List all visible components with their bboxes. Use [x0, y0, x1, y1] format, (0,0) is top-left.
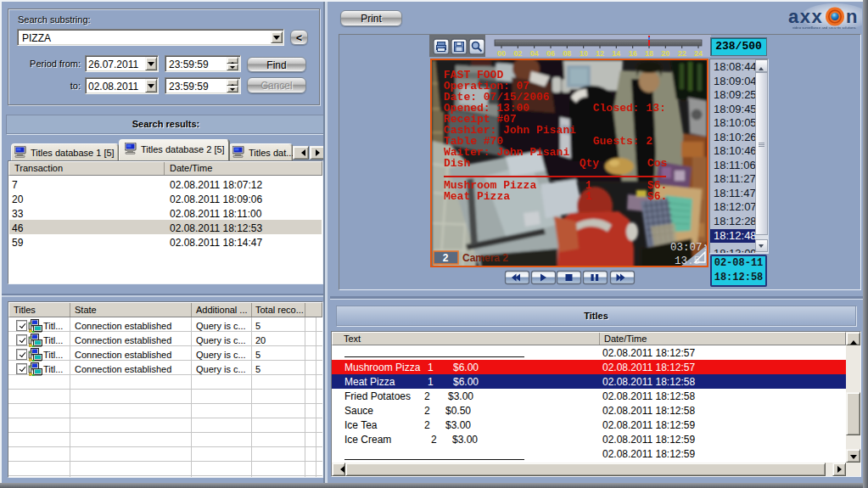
svg-text:1: 1 — [585, 190, 592, 203]
svg-text:04: 04 — [530, 49, 539, 57]
svg-text:02: 02 — [513, 49, 522, 57]
svg-text:16: 16 — [629, 49, 637, 57]
svg-text:video surveillance and securit: video surveillance and security solution… — [792, 25, 856, 29]
svg-text:06: 06 — [546, 49, 555, 57]
svg-text:$6.: $6. — [647, 190, 667, 203]
svg-text:12: 12 — [596, 49, 604, 57]
svg-text:Guests: 2: Guests: 2 — [593, 135, 652, 148]
svg-text:20: 20 — [661, 49, 669, 57]
svg-text:08: 08 — [563, 49, 571, 57]
svg-text:18: 18 — [645, 49, 653, 57]
svg-text:14: 14 — [612, 49, 620, 57]
svg-text:Dish: Dish — [444, 157, 470, 170]
svg-text:Camera 2: Camera 2 — [462, 252, 508, 264]
svg-text:Cos: Cos — [647, 157, 668, 170]
svg-text:Meat Pizza: Meat Pizza — [444, 190, 510, 203]
svg-text:10: 10 — [580, 49, 588, 57]
svg-text:22: 22 — [678, 49, 686, 57]
svg-text:n: n — [846, 6, 857, 27]
svg-text:Closed: 13:: Closed: 13: — [593, 102, 666, 115]
svg-text:2: 2 — [443, 252, 449, 264]
svg-text:Qty: Qty — [580, 157, 600, 170]
svg-text:00: 00 — [497, 49, 506, 57]
svg-text:24: 24 — [694, 49, 703, 57]
svg-text:03:07:0: 03:07:0 — [670, 242, 707, 254]
svg-text:axx: axx — [788, 6, 823, 27]
